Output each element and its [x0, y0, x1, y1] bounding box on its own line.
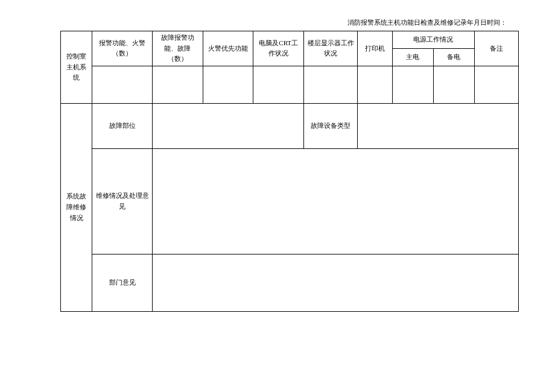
cell-fire-priority — [203, 66, 253, 103]
cell-dept-opinion — [152, 254, 518, 311]
hdr-printer: 打印机 — [358, 31, 393, 66]
hdr-remark: 备注 — [474, 31, 518, 66]
hdr-power-main: 主电 — [392, 48, 433, 66]
hdr-floor-display: 楼层显示器工作状况 — [304, 31, 358, 66]
cell-floor-display — [304, 66, 358, 103]
cell-printer — [358, 66, 393, 103]
label-fault-device-type: 故障设备类型 — [304, 103, 358, 148]
cell-fault-alarm — [152, 66, 203, 103]
cell-power-main — [392, 66, 433, 103]
inspection-table: 控制室主机系统 报警功能、火警（数） 故障报警功能、故障（数） 火警优先功能 电… — [60, 31, 519, 312]
hdr-power-group: 电源工作情况 — [392, 31, 474, 49]
cell-power-backup — [433, 66, 474, 103]
cell-pc-crt — [253, 66, 304, 103]
hdr-fault-alarm: 故障报警功能、故障（数） — [152, 31, 203, 66]
label-maint-opinion: 维修情况及处理意见 — [92, 148, 152, 254]
cell-remark — [474, 66, 518, 103]
cell-maint-opinion — [152, 148, 518, 254]
hdr-alarm-fire: 报警功能、火警（数） — [92, 31, 152, 66]
label-dept-opinion: 部门意见 — [92, 254, 152, 311]
hdr-pc-crt: 电脑及CRT工作状况 — [253, 31, 304, 66]
group-control-room: 控制室主机系统 — [61, 31, 92, 104]
hdr-power-backup: 备电 — [433, 48, 474, 66]
page-title: 消防报警系统主机功能日检查及维修记录年月日时间： — [60, 18, 519, 27]
hdr-fire-priority: 火警优先功能 — [203, 31, 253, 66]
cell-fault-location — [152, 103, 303, 148]
label-fault-location: 故障部位 — [92, 103, 152, 148]
cell-fault-device-type — [358, 103, 519, 148]
cell-alarm-fire — [92, 66, 152, 103]
group-system-fault: 系统故障维修情况 — [61, 103, 92, 311]
